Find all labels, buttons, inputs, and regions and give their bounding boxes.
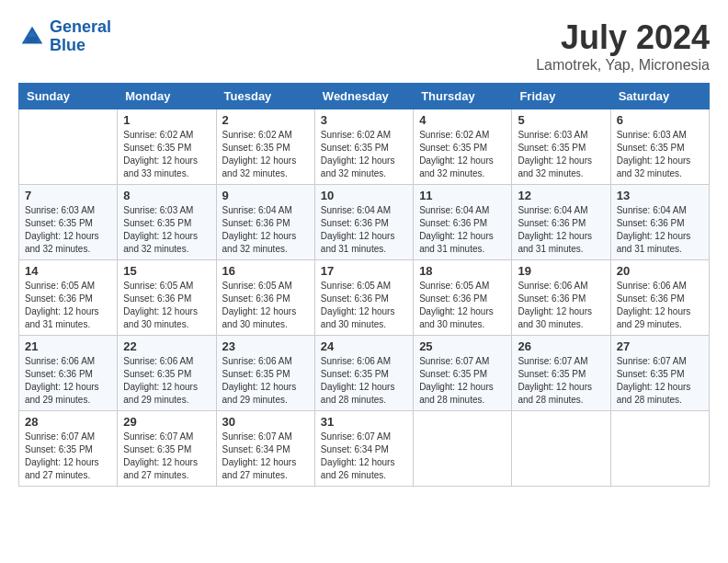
day-info: Sunrise: 6:06 AM Sunset: 6:36 PM Dayligh… <box>25 355 111 407</box>
table-row: 10Sunrise: 6:04 AM Sunset: 6:36 PM Dayli… <box>314 185 413 260</box>
table-row: 24Sunrise: 6:06 AM Sunset: 6:35 PM Dayli… <box>314 336 413 411</box>
table-row: 13Sunrise: 6:04 AM Sunset: 6:36 PM Dayli… <box>610 185 709 260</box>
day-info: Sunrise: 6:05 AM Sunset: 6:36 PM Dayligh… <box>321 280 407 331</box>
day-number: 2 <box>222 113 309 127</box>
day-number: 14 <box>25 264 111 278</box>
month-title: July 2024 <box>536 18 710 57</box>
day-number: 31 <box>321 415 407 429</box>
day-info: Sunrise: 6:04 AM Sunset: 6:36 PM Dayligh… <box>518 204 604 256</box>
calendar-week-row: 1Sunrise: 6:02 AM Sunset: 6:35 PM Daylig… <box>19 109 710 185</box>
table-row: 30Sunrise: 6:07 AM Sunset: 6:34 PM Dayli… <box>216 411 314 487</box>
svg-rect-2 <box>27 37 38 42</box>
day-info: Sunrise: 6:05 AM Sunset: 6:36 PM Dayligh… <box>222 280 309 331</box>
table-row: 17Sunrise: 6:05 AM Sunset: 6:36 PM Dayli… <box>314 260 413 336</box>
table-row: 21Sunrise: 6:06 AM Sunset: 6:36 PM Dayli… <box>19 336 118 411</box>
day-number: 11 <box>419 189 506 202</box>
table-row <box>512 411 610 487</box>
table-row <box>414 411 512 487</box>
day-number: 1 <box>123 113 210 127</box>
day-info: Sunrise: 6:04 AM Sunset: 6:36 PM Dayligh… <box>222 204 309 256</box>
weekday-header-row: Sunday Monday Tuesday Wednesday Thursday… <box>19 84 710 109</box>
table-row: 4Sunrise: 6:02 AM Sunset: 6:35 PM Daylig… <box>414 109 512 185</box>
header-thursday: Thursday <box>414 84 512 109</box>
day-info: Sunrise: 6:07 AM Sunset: 6:35 PM Dayligh… <box>419 355 506 407</box>
day-info: Sunrise: 6:07 AM Sunset: 6:34 PM Dayligh… <box>321 431 407 482</box>
calendar-table: Sunday Monday Tuesday Wednesday Thursday… <box>18 83 710 487</box>
day-number: 22 <box>123 339 210 353</box>
table-row: 14Sunrise: 6:05 AM Sunset: 6:36 PM Dayli… <box>19 260 118 336</box>
day-info: Sunrise: 6:06 AM Sunset: 6:35 PM Dayligh… <box>123 355 210 407</box>
table-row: 11Sunrise: 6:04 AM Sunset: 6:36 PM Dayli… <box>414 185 512 260</box>
logo-icon <box>18 23 46 51</box>
logo-line2: Blue <box>50 36 85 54</box>
day-number: 29 <box>123 415 210 429</box>
day-info: Sunrise: 6:03 AM Sunset: 6:35 PM Dayligh… <box>617 129 703 180</box>
table-row <box>610 411 709 487</box>
table-row: 9Sunrise: 6:04 AM Sunset: 6:36 PM Daylig… <box>216 185 314 260</box>
title-section: July 2024 Lamotrek, Yap, Micronesia <box>536 18 710 74</box>
day-number: 18 <box>419 264 506 278</box>
day-number: 19 <box>518 264 604 278</box>
table-row: 8Sunrise: 6:03 AM Sunset: 6:35 PM Daylig… <box>118 185 216 260</box>
day-number: 9 <box>222 189 309 202</box>
table-row: 22Sunrise: 6:06 AM Sunset: 6:35 PM Dayli… <box>118 336 216 411</box>
table-row: 31Sunrise: 6:07 AM Sunset: 6:34 PM Dayli… <box>314 411 413 487</box>
header-saturday: Saturday <box>610 84 709 109</box>
calendar-week-row: 28Sunrise: 6:07 AM Sunset: 6:35 PM Dayli… <box>19 411 710 487</box>
day-number: 21 <box>25 339 111 353</box>
table-row: 5Sunrise: 6:03 AM Sunset: 6:35 PM Daylig… <box>512 109 610 185</box>
header-wednesday: Wednesday <box>314 84 413 109</box>
day-number: 23 <box>222 339 309 353</box>
day-info: Sunrise: 6:07 AM Sunset: 6:35 PM Dayligh… <box>518 355 604 407</box>
day-info: Sunrise: 6:03 AM Sunset: 6:35 PM Dayligh… <box>25 204 111 256</box>
day-number: 8 <box>123 189 210 202</box>
day-number: 26 <box>518 339 604 353</box>
table-row: 28Sunrise: 6:07 AM Sunset: 6:35 PM Dayli… <box>19 411 118 487</box>
day-number: 6 <box>617 113 703 127</box>
day-info: Sunrise: 6:07 AM Sunset: 6:35 PM Dayligh… <box>123 431 210 482</box>
table-row: 25Sunrise: 6:07 AM Sunset: 6:35 PM Dayli… <box>414 336 512 411</box>
day-number: 12 <box>518 189 604 202</box>
table-row: 27Sunrise: 6:07 AM Sunset: 6:35 PM Dayli… <box>610 336 709 411</box>
day-number: 5 <box>518 113 604 127</box>
table-row: 26Sunrise: 6:07 AM Sunset: 6:35 PM Dayli… <box>512 336 610 411</box>
day-info: Sunrise: 6:02 AM Sunset: 6:35 PM Dayligh… <box>222 129 309 180</box>
table-row: 3Sunrise: 6:02 AM Sunset: 6:35 PM Daylig… <box>314 109 413 185</box>
day-info: Sunrise: 6:02 AM Sunset: 6:35 PM Dayligh… <box>321 129 407 180</box>
table-row: 12Sunrise: 6:04 AM Sunset: 6:36 PM Dayli… <box>512 185 610 260</box>
day-number: 28 <box>25 415 111 429</box>
day-info: Sunrise: 6:07 AM Sunset: 6:35 PM Dayligh… <box>25 431 111 482</box>
day-info: Sunrise: 6:02 AM Sunset: 6:35 PM Dayligh… <box>123 129 210 180</box>
day-number: 27 <box>617 339 703 353</box>
logo-text: General Blue <box>50 18 111 55</box>
day-number: 20 <box>617 264 703 278</box>
day-info: Sunrise: 6:07 AM Sunset: 6:34 PM Dayligh… <box>222 431 309 482</box>
day-info: Sunrise: 6:06 AM Sunset: 6:35 PM Dayligh… <box>222 355 309 407</box>
day-info: Sunrise: 6:05 AM Sunset: 6:36 PM Dayligh… <box>25 280 111 331</box>
day-info: Sunrise: 6:06 AM Sunset: 6:35 PM Dayligh… <box>321 355 407 407</box>
table-row: 18Sunrise: 6:05 AM Sunset: 6:36 PM Dayli… <box>414 260 512 336</box>
day-number: 4 <box>419 113 506 127</box>
table-row: 7Sunrise: 6:03 AM Sunset: 6:35 PM Daylig… <box>19 185 118 260</box>
day-info: Sunrise: 6:03 AM Sunset: 6:35 PM Dayligh… <box>518 129 604 180</box>
header-tuesday: Tuesday <box>216 84 314 109</box>
table-row: 15Sunrise: 6:05 AM Sunset: 6:36 PM Dayli… <box>118 260 216 336</box>
table-row: 29Sunrise: 6:07 AM Sunset: 6:35 PM Dayli… <box>118 411 216 487</box>
table-row: 20Sunrise: 6:06 AM Sunset: 6:36 PM Dayli… <box>610 260 709 336</box>
logo: General Blue <box>18 18 111 55</box>
day-info: Sunrise: 6:07 AM Sunset: 6:35 PM Dayligh… <box>617 355 703 407</box>
table-row: 6Sunrise: 6:03 AM Sunset: 6:35 PM Daylig… <box>610 109 709 185</box>
day-info: Sunrise: 6:04 AM Sunset: 6:36 PM Dayligh… <box>321 204 407 256</box>
table-row: 19Sunrise: 6:06 AM Sunset: 6:36 PM Dayli… <box>512 260 610 336</box>
day-info: Sunrise: 6:04 AM Sunset: 6:36 PM Dayligh… <box>419 204 506 256</box>
day-number: 16 <box>222 264 309 278</box>
table-row: 23Sunrise: 6:06 AM Sunset: 6:35 PM Dayli… <box>216 336 314 411</box>
day-number: 10 <box>321 189 407 202</box>
table-row: 1Sunrise: 6:02 AM Sunset: 6:35 PM Daylig… <box>118 109 216 185</box>
header-friday: Friday <box>512 84 610 109</box>
day-info: Sunrise: 6:05 AM Sunset: 6:36 PM Dayligh… <box>419 280 506 331</box>
day-info: Sunrise: 6:05 AM Sunset: 6:36 PM Dayligh… <box>123 280 210 331</box>
calendar-week-row: 7Sunrise: 6:03 AM Sunset: 6:35 PM Daylig… <box>19 185 710 260</box>
day-info: Sunrise: 6:06 AM Sunset: 6:36 PM Dayligh… <box>518 280 604 331</box>
day-number: 7 <box>25 189 111 202</box>
